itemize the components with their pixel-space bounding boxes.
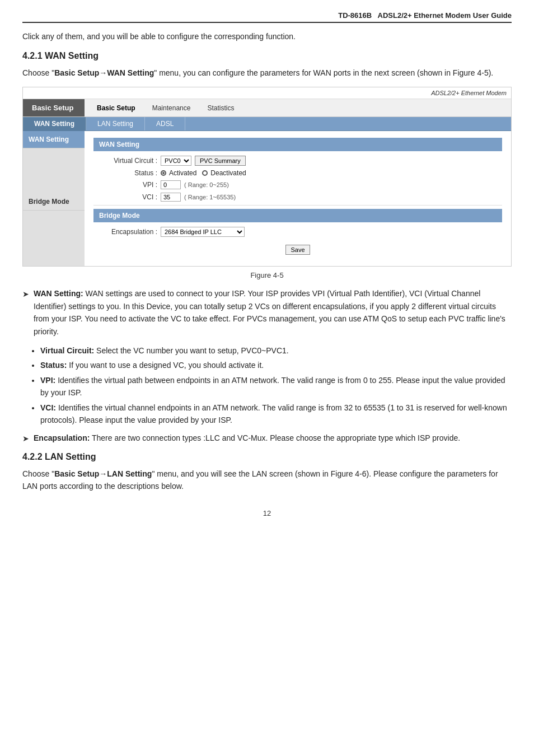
vci-value-group: ( Range: 1~65535) bbox=[161, 193, 236, 202]
activated-radio-dot bbox=[161, 170, 166, 176]
ui-brand: Basic Setup bbox=[23, 99, 85, 116]
bullet-wan-bold: WAN Setting: bbox=[34, 289, 83, 298]
product-id: TD-8616B bbox=[338, 11, 372, 20]
virtual-circuit-label: Virtual Circuit : bbox=[93, 157, 161, 165]
sidebar-wan-setting[interactable]: WAN Setting bbox=[23, 131, 85, 148]
ui-wan-setting-header: WAN Setting bbox=[93, 138, 502, 151]
sub-vc-bold: Virtual Circuit: bbox=[40, 346, 94, 355]
section-422-title: 4.2.2 LAN Setting bbox=[22, 452, 512, 462]
menu-path-lan: Basic Setup→LAN Setting bbox=[54, 469, 152, 478]
bullet-encap-bold: Encapsulation: bbox=[34, 433, 90, 442]
status-activated-radio[interactable]: Activated bbox=[161, 169, 196, 177]
menu-path-wan: Basic Setup→WAN Setting bbox=[54, 68, 154, 77]
section-421-desc: Choose "Basic Setup→WAN Setting" menu, y… bbox=[22, 67, 512, 79]
encapsulation-value-group: 2684 Bridged IP LLC bbox=[161, 227, 245, 237]
intro-text: Click any of them, and you will be able … bbox=[22, 32, 512, 41]
activated-label: Activated bbox=[169, 169, 196, 177]
ui-nav-tabs: Basic Setup Maintenance Statistics bbox=[85, 99, 246, 116]
sub-vci-text: Identifies the virtual channel endpoints… bbox=[40, 403, 507, 424]
sub-vc-text: Select the VC number you want to setup, … bbox=[96, 346, 289, 355]
ui-topbar-label: ADSL2/2+ Ethernet Modem bbox=[23, 87, 511, 99]
subnav-adsl[interactable]: ADSL bbox=[145, 117, 185, 130]
virtual-circuit-select[interactable]: PVC0 bbox=[161, 156, 191, 166]
virtual-circuit-value: PVC0 PVC Summary bbox=[161, 156, 246, 166]
deactivated-label: Deactivated bbox=[210, 169, 246, 177]
nav-tab-basic-setup[interactable]: Basic Setup bbox=[89, 100, 143, 116]
sub-vci-bold: VCI: bbox=[40, 403, 56, 412]
nav-tab-maintenance[interactable]: Maintenance bbox=[144, 100, 199, 116]
arrow-icon-2: ➤ bbox=[22, 432, 29, 445]
save-button[interactable]: Save bbox=[285, 245, 310, 255]
sub-status-bold: Status: bbox=[40, 361, 67, 370]
status-label: Status : bbox=[93, 169, 161, 177]
sub-bullet-vc: Virtual Circuit: Select the VC number yo… bbox=[40, 344, 512, 357]
save-row: Save bbox=[93, 240, 502, 259]
encapsulation-row: Encapsulation : 2684 Bridged IP LLC bbox=[93, 227, 502, 237]
sub-bullet-vci: VCI: Identifies the virtual channel endp… bbox=[40, 402, 512, 427]
sub-bullet-status: Status: If you want to use a designed VC… bbox=[40, 359, 512, 371]
sub-status-text: If you want to use a designed VC, you sh… bbox=[69, 361, 264, 370]
ui-main: WAN Setting Bridge Mode WAN Setting Virt… bbox=[23, 131, 511, 266]
vci-label: VCI : bbox=[93, 193, 161, 201]
encapsulation-label: Encapsulation : bbox=[93, 228, 161, 236]
status-radio-group: Activated Deactivated bbox=[161, 169, 246, 177]
deactivated-radio-dot bbox=[202, 170, 208, 176]
sub-vpi-bold: VPI: bbox=[40, 376, 55, 385]
vpi-label: VPI : bbox=[93, 181, 161, 189]
vci-row: VCI : ( Range: 1~65535) bbox=[93, 193, 502, 202]
page-title: ADSL2/2+ Ethernet Modem User Guide bbox=[378, 11, 512, 20]
status-deactivated-radio[interactable]: Deactivated bbox=[202, 169, 246, 177]
bullet-list-2: ➤ Encapsulation: There are two connectio… bbox=[22, 432, 512, 445]
figure-caption: Figure 4-5 bbox=[22, 271, 512, 279]
virtual-circuit-row: Virtual Circuit : PVC0 PVC Summary bbox=[93, 156, 502, 166]
vpi-row: VPI : ( Range: 0~255) bbox=[93, 180, 502, 189]
bullet-list: ➤ WAN Setting: WAN settings are used to … bbox=[22, 287, 512, 338]
divider-1 bbox=[93, 205, 502, 206]
bullet-encap-text: Encapsulation: There are two connection … bbox=[34, 432, 460, 444]
vci-range: ( Range: 1~65535) bbox=[184, 194, 236, 200]
header-bar: TD-8616B ADSL2/2+ Ethernet Modem User Gu… bbox=[22, 11, 512, 23]
bullet-wan-text: WAN Setting: WAN settings are used to co… bbox=[34, 287, 512, 338]
encapsulation-select[interactable]: 2684 Bridged IP LLC bbox=[161, 227, 245, 237]
ui-content: WAN Setting Virtual Circuit : PVC0 PVC S… bbox=[85, 131, 511, 266]
ui-nav: Basic Setup Basic Setup Maintenance Stat… bbox=[23, 99, 511, 117]
vci-input[interactable] bbox=[161, 193, 181, 202]
page-number: 12 bbox=[22, 509, 512, 517]
pvc-summary-button[interactable]: PVC Summary bbox=[195, 156, 246, 166]
ui-bridge-mode-header: Bridge Mode bbox=[93, 209, 502, 222]
section-422-desc: Choose "Basic Setup→LAN Setting" menu, a… bbox=[22, 468, 512, 493]
sub-bullet-vpi: VPI: Identifies the virtual path between… bbox=[40, 374, 512, 399]
sub-bullets: Virtual Circuit: Select the VC number yo… bbox=[22, 344, 512, 426]
section-421-title: 4.2.1 WAN Setting bbox=[22, 51, 512, 61]
nav-tab-statistics[interactable]: Statistics bbox=[199, 100, 242, 116]
subnav-lan-setting[interactable]: LAN Setting bbox=[86, 117, 145, 130]
vpi-input[interactable] bbox=[161, 180, 181, 189]
sidebar-bridge-mode[interactable]: Bridge Mode bbox=[23, 193, 85, 211]
status-row: Status : Activated Deactivated bbox=[93, 169, 502, 177]
ui-subnav: WAN Setting LAN Setting ADSL bbox=[23, 117, 511, 131]
sub-vpi-text: Identifies the virtual path between endp… bbox=[40, 376, 505, 397]
bullet-encap-desc: There are two connection types :LLC and … bbox=[92, 433, 460, 442]
bullet-item-wan-setting: ➤ WAN Setting: WAN settings are used to … bbox=[22, 287, 512, 338]
vpi-value-group: ( Range: 0~255) bbox=[161, 180, 229, 189]
bullet-item-encapsulation: ➤ Encapsulation: There are two connectio… bbox=[22, 432, 512, 445]
ui-screenshot: ADSL2/2+ Ethernet Modem Basic Setup Basi… bbox=[22, 87, 512, 267]
vpi-range: ( Range: 0~255) bbox=[184, 181, 229, 188]
ui-sidebar: WAN Setting Bridge Mode bbox=[23, 131, 85, 266]
arrow-icon-1: ➤ bbox=[22, 288, 29, 300]
subnav-wan-setting[interactable]: WAN Setting bbox=[23, 117, 86, 130]
bullet-wan-desc: WAN settings are used to connect to your… bbox=[34, 289, 505, 335]
